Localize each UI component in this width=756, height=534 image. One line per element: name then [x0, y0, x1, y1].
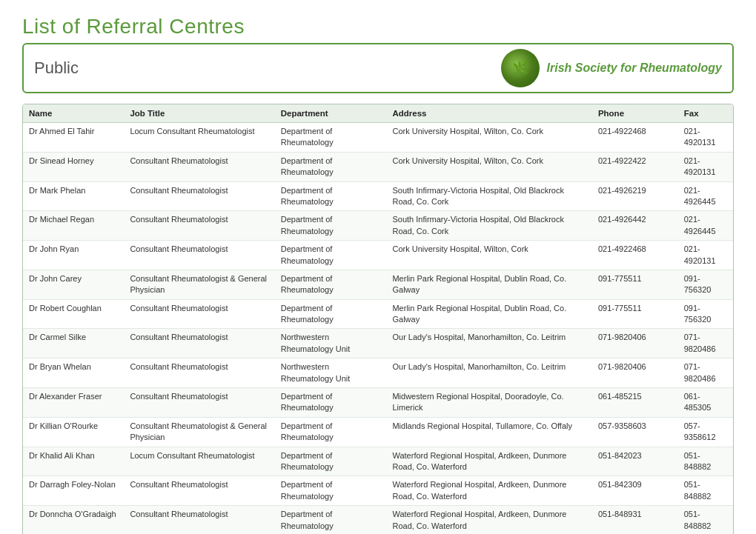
- table-cell: 071-9820486: [678, 358, 733, 388]
- table-cell: Consultant Rheumatologist: [124, 299, 274, 329]
- table-cell: Dr Khalid Ali Khan: [23, 447, 124, 476]
- table-cell: 051-848882: [678, 476, 733, 506]
- table-cell: 071-9820406: [592, 358, 678, 388]
- section-label: Public: [34, 59, 79, 78]
- table-cell: Dr John Ryan: [23, 241, 124, 270]
- table-cell: Consultant Rheumatologist: [124, 329, 274, 358]
- table-row: Dr Killian O'RourkeConsultant Rheumatolo…: [23, 417, 733, 447]
- table-row: Dr Bryan WhelanConsultant Rheumatologist…: [23, 358, 733, 388]
- table-cell: Department of Rheumatology: [275, 506, 387, 534]
- table-cell: 051-842309: [592, 476, 678, 506]
- table-cell: 091-756320: [678, 299, 733, 329]
- table-cell: Consultant Rheumatologist: [124, 358, 274, 388]
- table-cell: 021-4922468: [592, 123, 678, 153]
- table-cell: Waterford Regional Hospital, Ardkeen, Du…: [386, 476, 591, 506]
- table-cell: Midlands Regional Hospital, Tullamore, C…: [386, 417, 591, 447]
- table-cell: 061-485305: [678, 388, 733, 418]
- table-cell: Our Lady's Hospital, Manorhamilton, Co. …: [386, 358, 591, 388]
- table-cell: Northwestern Rheumatology Unit: [275, 358, 387, 388]
- table-cell: 051-848882: [678, 447, 733, 476]
- table-cell: Dr Ahmed El Tahir: [23, 123, 124, 153]
- table-cell: Midwestern Regional Hospital, Dooradoyle…: [386, 388, 591, 418]
- table-cell: Consultant Rheumatologist: [124, 388, 274, 418]
- header-banner: Public 🌿 Irish Society for Rheumatology: [22, 43, 734, 93]
- table-row: Dr Darragh Foley-NolanConsultant Rheumat…: [23, 476, 733, 506]
- table-cell: Northwestern Rheumatology Unit: [275, 329, 387, 358]
- table-cell: Dr Bryan Whelan: [23, 358, 124, 388]
- table-header-cell: Name: [23, 104, 124, 123]
- table-cell: Dr Sinead Horney: [23, 152, 124, 181]
- table-cell: Department of Rheumatology: [275, 241, 387, 270]
- table-cell: 021-4926445: [678, 181, 733, 211]
- table-body: Dr Ahmed El TahirLocum Consultant Rheuma…: [23, 123, 733, 535]
- org-logo-icon: 🌿: [501, 49, 540, 87]
- table-cell: 057-9358603: [592, 417, 678, 447]
- table-cell: 021-4920131: [678, 241, 733, 270]
- table-cell: Department of Rheumatology: [275, 152, 387, 181]
- table-header-cell: Department: [275, 104, 387, 123]
- table-cell: 021-4920131: [678, 123, 733, 153]
- table-cell: 071-9820486: [678, 329, 733, 358]
- table-cell: Consultant Rheumatologist: [124, 476, 274, 506]
- table-cell: Consultant Rheumatologist & General Phys…: [124, 417, 274, 447]
- table-cell: Dr Alexander Fraser: [23, 388, 124, 418]
- table-cell: Dr John Carey: [23, 270, 124, 299]
- table-cell: Consultant Rheumatologist: [124, 241, 274, 270]
- table-cell: Waterford Regional Hospital, Ardkeen, Du…: [386, 506, 591, 534]
- table-cell: 021-4926219: [592, 181, 678, 211]
- table-cell: South Infirmary-Victoria Hospital, Old B…: [386, 181, 591, 211]
- table-cell: Consultant Rheumatologist: [124, 181, 274, 211]
- table-row: Dr John CareyConsultant Rheumatologist &…: [23, 270, 733, 299]
- table-cell: 051-848931: [592, 506, 678, 534]
- table-cell: Department of Rheumatology: [275, 123, 387, 153]
- table-cell: Waterford Regional Hospital, Ardkeen, Du…: [386, 447, 591, 476]
- table-cell: Consultant Rheumatologist: [124, 211, 274, 241]
- table-cell: Department of Rheumatology: [275, 181, 387, 211]
- table-row: Dr Michael ReganConsultant Rheumatologis…: [23, 211, 733, 241]
- table-cell: Department of Rheumatology: [275, 447, 387, 476]
- table-cell: Locum Consultant Rheumatologist: [124, 123, 274, 153]
- table-cell: 091-775511: [592, 270, 678, 299]
- table-header-cell: Job Title: [124, 104, 274, 123]
- table-cell: Consultant Rheumatologist: [124, 152, 274, 181]
- table-cell: 057-9358612: [678, 417, 733, 447]
- table-cell: Department of Rheumatology: [275, 388, 387, 418]
- table-cell: Dr Darragh Foley-Nolan: [23, 476, 124, 506]
- table-cell: Department of Rheumatology: [275, 211, 387, 241]
- table-cell: Merlin Park Regional Hospital, Dublin Ro…: [386, 299, 591, 329]
- table-header-row: NameJob TitleDepartmentAddressPhoneFax: [23, 104, 733, 123]
- table-cell: 091-775511: [592, 299, 678, 329]
- referral-table: NameJob TitleDepartmentAddressPhoneFax D…: [23, 104, 733, 534]
- table-cell: 051-848882: [678, 506, 733, 534]
- table-cell: Department of Rheumatology: [275, 299, 387, 329]
- table-row: Dr Alexander FraserConsultant Rheumatolo…: [23, 388, 733, 418]
- table-cell: Our Lady's Hospital, Manorhamilton, Co. …: [386, 329, 591, 358]
- logo-area: 🌿 Irish Society for Rheumatology: [501, 49, 722, 87]
- table-row: Dr Robert CoughlanConsultant Rheumatolog…: [23, 299, 733, 329]
- table-cell: Consultant Rheumatologist & General Phys…: [124, 270, 274, 299]
- table-cell: Dr Robert Coughlan: [23, 299, 124, 329]
- table-cell: South Infirmary-Victoria Hospital, Old B…: [386, 211, 591, 241]
- table-cell: Dr Donncha O'Gradaigh: [23, 506, 124, 534]
- table-cell: Cork University Hospital, Wilton, Co. Co…: [386, 123, 591, 153]
- table-header-cell: Fax: [678, 104, 733, 123]
- table-cell: Dr Carmel Silke: [23, 329, 124, 358]
- table-row: Dr Donncha O'GradaighConsultant Rheumato…: [23, 506, 733, 534]
- table-cell: 061-485215: [592, 388, 678, 418]
- table-cell: 051-842023: [592, 447, 678, 476]
- table-cell: 021-4926445: [678, 211, 733, 241]
- table-cell: Dr Mark Phelan: [23, 181, 124, 211]
- table-row: Dr Mark PhelanConsultant RheumatologistD…: [23, 181, 733, 211]
- table-cell: Locum Consultant Rheumatologist: [124, 447, 274, 476]
- table-cell: 021-4922422: [592, 152, 678, 181]
- table-header-cell: Address: [386, 104, 591, 123]
- table-row: Dr Khalid Ali KhanLocum Consultant Rheum…: [23, 447, 733, 476]
- org-name: Irish Society for Rheumatology: [547, 61, 722, 75]
- table-cell: 021-4920131: [678, 152, 733, 181]
- table-cell: Merlin Park Regional Hospital, Dublin Ro…: [386, 270, 591, 299]
- table-cell: Cork University Hospital, Wilton, Co. Co…: [386, 152, 591, 181]
- table-cell: 091-756320: [678, 270, 733, 299]
- table-cell: Consultant Rheumatologist: [124, 506, 274, 534]
- table-header-cell: Phone: [592, 104, 678, 123]
- table-cell: 021-4926442: [592, 211, 678, 241]
